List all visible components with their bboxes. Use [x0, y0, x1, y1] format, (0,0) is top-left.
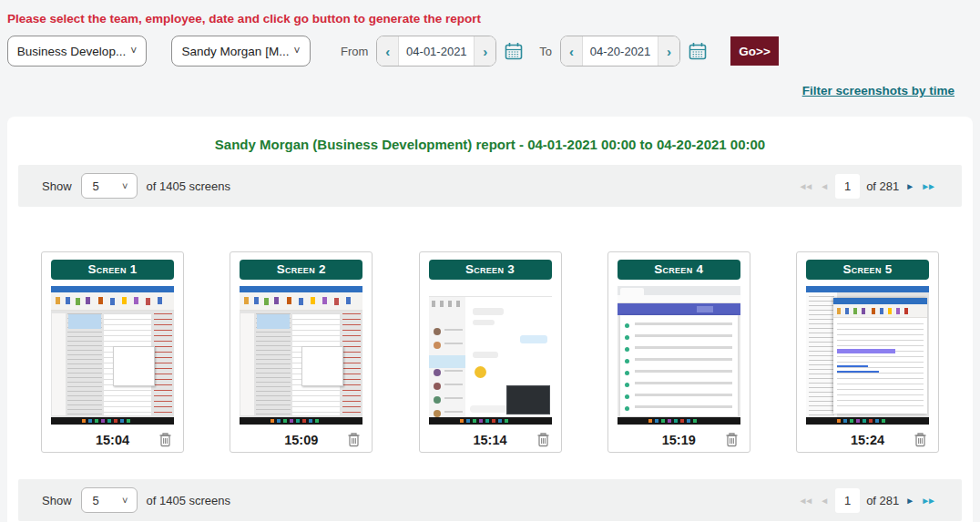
total-screens-label: of 1405 screens: [147, 179, 231, 193]
page-size-select[interactable]: 5 ˅: [81, 173, 138, 199]
screenshot-thumbnail[interactable]: [240, 286, 362, 425]
bottom-toolbar: Show 5 ˅ of 1405 screens ◄◄ ◄ 1 of 281 ►…: [18, 479, 962, 521]
screenshot-thumbnail[interactable]: [51, 286, 174, 425]
thumb-popup: [301, 346, 343, 386]
filter-screenshots-link[interactable]: Filter screenshots by time: [802, 84, 954, 97]
thumb-window-titlebar: [833, 298, 927, 304]
thumb-hyperlink: [837, 371, 879, 373]
screenshot-thumbnail[interactable]: [618, 286, 740, 425]
thumb-titlebar: [240, 286, 362, 292]
from-date-next-button[interactable]: ›: [474, 36, 495, 66]
chevron-down-icon: ˅: [122, 496, 128, 504]
screen-label: Screen 5: [806, 260, 929, 280]
thumb-highlight: [837, 349, 895, 353]
team-select[interactable]: Business Develop... ˅: [7, 36, 147, 67]
prev-page-button[interactable]: ◄: [820, 496, 829, 506]
thumb-nav-pane: [240, 313, 254, 415]
thumb-ribbon: [240, 292, 362, 311]
to-date-next-button[interactable]: ›: [658, 36, 679, 66]
chevron-down-icon: ˅: [293, 46, 300, 56]
screens-row: Screen 1 15:04: [41, 251, 939, 453]
chevron-down-icon: ˅: [130, 46, 137, 56]
pagination: ◄◄ ◄ 1 of 281 ► ►►: [798, 174, 936, 199]
page-size-value: 5: [93, 179, 99, 193]
thumb-titlebar: [806, 286, 929, 292]
from-date-stepper: ‹ 04-01-2021 ›: [376, 36, 496, 67]
delete-icon[interactable]: [725, 432, 739, 451]
thumb-reading-pane: [104, 313, 151, 415]
current-page-input[interactable]: 1: [835, 174, 860, 199]
to-date-value[interactable]: 04-20-2021: [583, 36, 658, 66]
employee-select[interactable]: Sandy Morgan [M... ˅: [171, 36, 311, 67]
team-select-value: Business Develop...: [17, 45, 126, 58]
thumb-body: [51, 312, 174, 417]
screenshot-thumbnail[interactable]: [806, 286, 929, 425]
thumb-nav-pane: [52, 313, 66, 415]
thumb-ribbon: [833, 304, 927, 318]
screen-card: Screen 1 15:04: [41, 251, 184, 453]
show-label: Show: [42, 494, 72, 507]
thumb-taskbar: [618, 417, 740, 425]
last-page-button[interactable]: ►►: [921, 496, 936, 506]
chevron-down-icon: ˅: [122, 182, 128, 189]
thumb-chat-bubble: [473, 320, 495, 325]
first-page-button[interactable]: ◄◄: [798, 181, 813, 191]
prev-page-button[interactable]: ◄: [820, 181, 829, 191]
thumb-toolbar: [432, 301, 463, 307]
thumb-taskbar: [51, 417, 174, 425]
show-label: Show: [42, 179, 72, 193]
instruction-text: Please select the team, employee, date a…: [0, 0, 980, 35]
thumb-list-pane: [806, 292, 837, 417]
go-button[interactable]: Go>>: [730, 36, 779, 66]
screen-label: Screen 1: [51, 260, 174, 280]
thumb-notification-popup: [506, 385, 550, 415]
thumb-hyperlink: [837, 365, 868, 367]
thumb-ribbon: [51, 292, 174, 311]
thumb-list-pane: [67, 313, 102, 415]
delete-icon[interactable]: [347, 432, 361, 451]
thumb-titlebar: [429, 286, 552, 297]
link-row: Filter screenshots by time: [0, 67, 980, 98]
card-footer: 15:19: [618, 429, 740, 453]
from-date-prev-button[interactable]: ‹: [377, 36, 399, 66]
screenshot-thumbnail[interactable]: [429, 286, 552, 425]
next-page-button[interactable]: ►: [905, 181, 914, 191]
employee-select-value: Sandy Morgan [M...: [182, 45, 290, 58]
screen-label: Screen 3: [429, 260, 552, 280]
filter-section: Please select the team, employee, date a…: [0, 0, 980, 98]
thumb-taskbar: [429, 417, 552, 425]
thumb-app-header: [618, 303, 740, 315]
to-date-prev-button[interactable]: ‹: [561, 36, 583, 66]
calendar-icon[interactable]: [688, 41, 708, 61]
thumb-chat-bubble: [520, 335, 547, 343]
screen-label: Screen 2: [240, 260, 362, 280]
screen-label: Screen 4: [618, 260, 740, 280]
next-page-button[interactable]: ►: [905, 496, 914, 506]
thumb-browser-tabs: [618, 286, 740, 295]
thumb-side-pane: [154, 313, 172, 415]
thumb-titlebar: [51, 286, 174, 292]
delete-icon[interactable]: [158, 432, 172, 451]
delete-icon[interactable]: [914, 432, 927, 451]
thumb-chat-bubble: [473, 308, 504, 315]
calendar-icon[interactable]: [504, 41, 524, 61]
screenshot-time: 15:04: [51, 433, 174, 447]
thumb-side-pane: [342, 313, 361, 415]
filter-bar: Business Develop... ˅ Sandy Morgan [M...…: [0, 35, 980, 67]
card-footer: 15:09: [240, 429, 362, 453]
current-page-input[interactable]: 1: [835, 488, 860, 513]
page-size-group: Show 5 ˅ of 1405 screens: [42, 173, 230, 199]
last-page-button[interactable]: ►►: [921, 181, 936, 191]
page-size-group: Show 5 ˅ of 1405 screens: [42, 487, 230, 513]
to-label: To: [539, 45, 552, 58]
page-size-select[interactable]: 5 ˅: [81, 487, 138, 513]
from-label: From: [341, 45, 368, 58]
delete-icon[interactable]: [536, 432, 550, 451]
first-page-button[interactable]: ◄◄: [798, 496, 813, 506]
thumb-taskbar: [240, 417, 362, 425]
from-date-value[interactable]: 04-01-2021: [399, 36, 474, 66]
screen-card: Screen 4 15:19: [607, 251, 750, 453]
screenshot-time: 15:19: [618, 433, 740, 447]
card-footer: 15:14: [429, 429, 552, 453]
screenshot-time: 15:09: [240, 433, 362, 447]
